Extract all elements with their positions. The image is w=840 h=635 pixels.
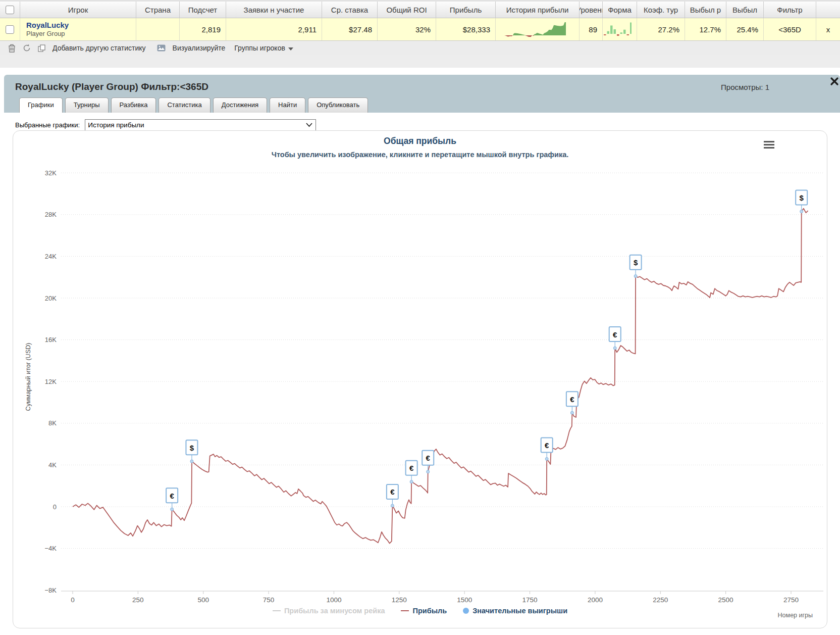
row-checkbox[interactable] (6, 25, 14, 34)
chart-select[interactable]: История прибыли (85, 119, 316, 131)
table-toolbar: Добавить другую статистику Визуализируйт… (0, 41, 840, 55)
significant-win-marker: $ (800, 193, 804, 202)
copy-icon[interactable] (38, 44, 45, 52)
svg-text:500: 500 (197, 596, 209, 604)
svg-text:12K: 12K (45, 378, 57, 385)
significant-win-marker: $ (634, 258, 638, 267)
chart-container: Общая прибыль Чтобы увеличить изображени… (13, 130, 827, 628)
header-checkbox-cell (0, 2, 20, 18)
panel-title: RoyalLucky (Player Group) Фильтр:<365D (15, 81, 208, 92)
tab-2[interactable]: Турниры (65, 97, 109, 113)
player-groups-label: Группы игроков (234, 44, 285, 52)
svg-text:1750: 1750 (522, 596, 538, 604)
refresh-icon[interactable] (23, 44, 31, 52)
tab-5[interactable]: Достижения (213, 97, 267, 113)
column-header-form[interactable]: Форма (603, 2, 637, 18)
svg-text:24K: 24K (45, 253, 57, 260)
legend-label: Прибыль за минусом рейка (284, 607, 385, 615)
select-all-checkbox[interactable] (6, 6, 14, 14)
out-cell: 25.4% (726, 18, 764, 40)
significant-win-marker: € (570, 395, 574, 404)
remove-row-button[interactable]: x (816, 18, 840, 40)
roi-cell: 32% (378, 18, 436, 40)
player-panel: RoyalLucky (Player Group) Фильтр:<365D П… (4, 75, 840, 635)
player-groups-dropdown[interactable]: Группы игроков (234, 44, 293, 52)
svg-text:0: 0 (53, 503, 57, 511)
svg-text:250: 250 (132, 596, 144, 604)
column-header-profit-history[interactable]: История прибыли (496, 2, 580, 18)
visualize-icon[interactable] (157, 44, 166, 52)
entries-cell: 2,911 (226, 18, 322, 40)
column-header-profit[interactable]: Прибыль (436, 2, 496, 18)
form-cell (603, 18, 637, 40)
tourney-factor-cell: 27.2% (637, 18, 685, 40)
column-header-count[interactable]: Подсчет (180, 2, 226, 18)
column-header-player[interactable]: Игрок (20, 2, 136, 18)
svg-text:2000: 2000 (588, 596, 603, 604)
tab-6[interactable]: Найти (270, 97, 305, 113)
column-header-roi[interactable]: Общий ROI (378, 2, 436, 18)
svg-text:2250: 2250 (653, 596, 668, 604)
tab-4[interactable]: Статистика (159, 97, 210, 113)
significant-win-marker: € (390, 487, 395, 496)
significant-win-marker: € (409, 464, 414, 472)
filter-cell[interactable]: <365D (764, 18, 816, 40)
profit-sparkline (504, 20, 566, 39)
svg-text:0: 0 (71, 596, 75, 604)
significant-win-marker: $ (190, 444, 194, 452)
player-type-label: Player Group (26, 30, 65, 38)
level-cell: 89 (580, 18, 603, 40)
chart-plot-area[interactable]: 32K28K24K20K16K12K8K4K0−4K−8K02505007501… (13, 131, 828, 629)
column-header-avg-stake[interactable]: Ср. ставка (322, 2, 378, 18)
column-header-level[interactable]: Уровень (580, 2, 603, 18)
select-chevron-icon (306, 123, 312, 127)
legend-swatch (401, 610, 409, 611)
trash-icon[interactable] (8, 44, 16, 53)
add-statistic-button[interactable]: Добавить другую статистику (52, 44, 146, 52)
svg-text:−8K: −8K (45, 587, 57, 594)
svg-text:750: 750 (263, 596, 275, 604)
column-header-out-early[interactable]: Выбыл р (685, 2, 726, 18)
count-cell: 2,819 (180, 18, 226, 40)
chevron-down-icon (288, 47, 293, 51)
significant-win-marker: € (613, 330, 617, 339)
svg-text:−4K: −4K (45, 545, 57, 552)
tab-1[interactable]: Графики (19, 97, 63, 113)
views-counter: Просмотры: 1 (721, 83, 769, 91)
table-header-row: Игрок Страна Подсчет Заявки н участие Ср… (0, 0, 840, 18)
table-row: RoyalLucky Player Group 2,819 2,911 $27.… (0, 18, 840, 41)
svg-text:8K: 8K (48, 419, 57, 427)
significant-win-marker: € (545, 441, 549, 450)
legend-item-3[interactable]: Значительные выигрыши (463, 607, 567, 615)
significant-win-marker: € (426, 454, 431, 462)
tab-7[interactable]: Опубликовать (308, 97, 368, 113)
x-axis-title: Номер игры (778, 612, 813, 619)
player-cell: RoyalLucky Player Group (20, 18, 136, 40)
tab-3[interactable]: Разбивка (111, 97, 156, 113)
panel-body: Выбранные графики: История прибыли Общая… (4, 113, 840, 635)
selected-charts-row: Выбранные графики: История прибыли (15, 119, 316, 131)
column-header-entries[interactable]: Заявки н участие (226, 2, 322, 18)
country-cell (136, 18, 180, 40)
column-header-tourney-factor[interactable]: Коэф. тур (637, 2, 685, 18)
svg-text:16K: 16K (45, 336, 57, 344)
selected-charts-label: Выбранные графики: (15, 121, 80, 129)
legend-swatch (273, 610, 281, 611)
svg-text:1500: 1500 (457, 596, 472, 604)
stats-table: Игрок Страна Подсчет Заявки н участие Ср… (0, 0, 840, 68)
column-header-filter[interactable]: Фильтр (764, 2, 816, 18)
svg-text:1000: 1000 (326, 596, 341, 604)
visualize-button[interactable]: Визуализируйте (173, 44, 226, 52)
column-header-out[interactable]: Выбыл (726, 2, 764, 18)
legend-item-1[interactable]: Прибыль за минусом рейка (273, 607, 385, 615)
legend-item-2[interactable]: Прибыль (401, 607, 447, 615)
close-icon[interactable] (830, 77, 839, 86)
legend-label: Значительные выигрыши (472, 607, 567, 615)
player-link[interactable]: RoyalLucky (26, 21, 69, 30)
legend-swatch (463, 608, 469, 614)
avg-stake-cell: $27.48 (322, 18, 378, 40)
profit-history-sparkline-cell (496, 18, 580, 40)
column-header-country[interactable]: Страна (136, 2, 180, 18)
widget-footer (0, 55, 840, 68)
significant-win-marker: € (170, 492, 174, 500)
